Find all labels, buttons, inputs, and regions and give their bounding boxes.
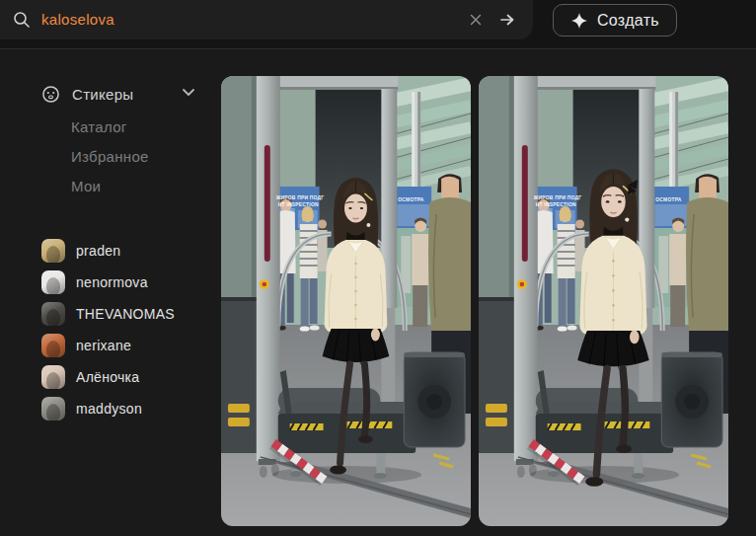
user-row-maddyson[interactable]: maddyson <box>0 393 221 424</box>
user-name: Алёночка <box>76 369 139 385</box>
user-name: nenormova <box>76 274 148 290</box>
user-row-nerixane[interactable]: nerixane <box>0 330 221 361</box>
result-photo-2: ЖИРОВ ПРИ ПОДГ НТ INSPECTION ОСМОТРА <box>479 76 728 526</box>
svg-text:ОСМОТРА: ОСМОТРА <box>655 196 682 202</box>
sidebar-link-mine[interactable]: Мои <box>71 179 221 194</box>
svg-text:НТ INSPECTION: НТ INSPECTION <box>278 201 319 207</box>
sidebar-link-favorites[interactable]: Избранное <box>71 149 221 165</box>
user-row-praden[interactable]: praden <box>0 235 221 267</box>
result-card-1[interactable]: ЖИРОВ ПРИ ПОДГ НТ INSPECTION ОСМОТРА <box>221 76 471 526</box>
svg-text:НТ INSPECTION: НТ INSPECTION <box>536 201 576 207</box>
create-button[interactable]: Создать <box>553 4 677 37</box>
user-row-nenormova[interactable]: nenormova <box>0 267 221 298</box>
user-name: maddyson <box>76 401 142 417</box>
close-icon <box>468 12 484 28</box>
avatar <box>41 397 65 421</box>
avatar <box>41 302 65 326</box>
sparkle-icon <box>570 12 588 30</box>
avatar <box>41 270 65 294</box>
chevron-down-icon <box>183 89 194 97</box>
result-card-2[interactable]: ЖИРОВ ПРИ ПОДГ НТ INSPECTION ОСМОТРА <box>479 76 728 526</box>
top-bar: kaloselova Создать <box>0 0 756 49</box>
sidebar-links: Каталог Избранное Мои <box>71 119 221 194</box>
sticker-smiley-icon <box>41 85 60 104</box>
user-name: THEVANOMAS <box>76 306 175 322</box>
arrow-right-icon <box>498 11 516 29</box>
sidebar-section-stickers[interactable]: Стикеры <box>0 83 221 105</box>
submit-search-button[interactable] <box>495 8 519 32</box>
user-name: nerixane <box>76 338 131 353</box>
search-icon <box>13 11 31 29</box>
results-grid: ЖИРОВ ПРИ ПОДГ НТ INSPECTION ОСМОТРА ЖИР… <box>221 76 728 526</box>
sidebar-link-catalog[interactable]: Каталог <box>71 119 221 135</box>
user-row-thevanomas[interactable]: THEVANOMAS <box>0 298 221 330</box>
avatar <box>41 334 65 357</box>
avatar <box>41 239 65 263</box>
result-photo-1: ЖИРОВ ПРИ ПОДГ НТ INSPECTION ОСМОТРА <box>221 76 471 526</box>
sidebar-user-list: praden nenormova THEVANOMAS nerixane Алё… <box>0 235 221 424</box>
search-input[interactable]: kaloselova <box>0 0 533 39</box>
user-row-alenochka[interactable]: Алёночка <box>0 361 221 393</box>
svg-text:ОСМОТРА: ОСМОТРА <box>398 196 424 202</box>
create-button-label: Создать <box>597 12 659 30</box>
sidebar-section-label: Стикеры <box>72 86 133 103</box>
avatar <box>41 365 65 389</box>
user-name: praden <box>76 243 120 259</box>
search-query-text: kaloselova <box>41 0 114 39</box>
svg-text:ЖИРОВ ПРИ ПОДГ: ЖИРОВ ПРИ ПОДГ <box>533 194 582 200</box>
clear-search-button[interactable] <box>464 8 488 32</box>
sidebar: Стикеры Каталог Избранное Мои praden nen… <box>0 50 221 536</box>
svg-text:ЖИРОВ ПРИ ПОДГ: ЖИРОВ ПРИ ПОДГ <box>275 194 325 200</box>
